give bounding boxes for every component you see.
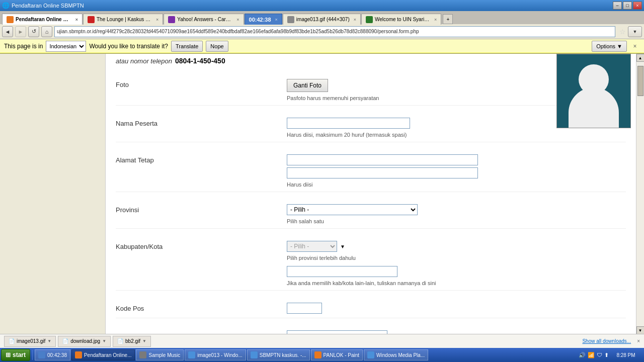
form-row-nama: Nama Peserta Harus diisi, maksimum 20 hu…: [116, 114, 626, 142]
taskbar-item-music[interactable]: Sample Music: [136, 349, 184, 360]
title-bar: 🌐 Pendaftaran Online SBMPTN – □ ×: [0, 0, 644, 11]
new-tab-button[interactable]: +: [443, 14, 453, 24]
tab-kaskus[interactable]: The Lounge | Kaskus - The L... ×: [83, 14, 163, 25]
address-text: ujian.sbmptn.or.id/reg/44f279c28c28032fd…: [57, 29, 419, 34]
close-button[interactable]: ×: [633, 2, 642, 10]
provinsi-control: - Pilih - Pilih salah satu: [287, 204, 626, 224]
taskbar-item-sbmptn[interactable]: SBMPTN kaskus. -...: [247, 349, 310, 360]
provinsi-hint: Pilih salah satu: [287, 218, 626, 224]
tab-pendaftaran[interactable]: Pendaftaran Online SBMPTN ×: [2, 14, 83, 25]
phone-number: 0804-1-450-450: [175, 57, 225, 65]
taskbar-icon-music: [139, 351, 146, 358]
system-clock[interactable]: 8:28 PM: [611, 352, 641, 358]
tab-close-3[interactable]: ×: [236, 17, 239, 22]
scroll-down-button[interactable]: ▼: [636, 326, 645, 334]
tab-label-5: image013.gif (444×307): [296, 17, 350, 22]
taskbar-item-media[interactable]: Windows Media Pla...: [364, 349, 428, 360]
tab-close-1[interactable]: ×: [75, 17, 78, 22]
close-translation-bar-button[interactable]: ×: [630, 41, 640, 51]
maximize-button[interactable]: □: [623, 2, 632, 10]
form-row-kabkota: Kabupaten/Kota - Pilih - ▼ Pilih provins…: [116, 237, 626, 291]
download-label-1: image013.gif: [17, 338, 45, 344]
taskbar-item-pendaftaran[interactable]: Pendaftaran Online...: [71, 349, 135, 360]
tab-favicon-3: [168, 16, 175, 23]
taskbar-icon-image013: [188, 351, 195, 358]
form-row-provinsi: Provinsi - Pilih - Pilih salah satu: [116, 200, 626, 229]
taskbar-icon-paint: [314, 351, 321, 358]
download-arrow-1[interactable]: ▼: [47, 339, 51, 343]
download-icon-3: 📄: [117, 338, 123, 344]
kabkota-select[interactable]: - Pilih -: [287, 241, 337, 252]
download-arrow-3[interactable]: ▼: [142, 339, 146, 343]
minimize-button[interactable]: –: [613, 2, 622, 10]
tab-favicon-2: [88, 16, 95, 23]
menu-button[interactable]: ▼: [628, 26, 642, 37]
tab-yahoo[interactable]: Yahoo! Answers - Cara Mem... ×: [164, 14, 244, 25]
tab-close-6[interactable]: ×: [434, 17, 437, 22]
scroll-thumb[interactable]: [637, 66, 643, 96]
translation-bar: This page is in Indonesian Would you lik…: [0, 39, 644, 53]
tab-bar: Pendaftaran Online SBMPTN × The Lounge |…: [0, 11, 644, 24]
kabkota-control: - Pilih - ▼ Pilih provinsi terlebih dahu…: [287, 241, 626, 286]
forward-button[interactable]: ►: [15, 26, 26, 37]
taskbar-item-timer[interactable]: 00:42:38: [35, 349, 70, 360]
tab-image[interactable]: image013.gif (444×307) ×: [283, 14, 361, 25]
tab-close-4[interactable]: ×: [275, 17, 278, 22]
show-all-downloads-button[interactable]: Show all downloads...: [582, 338, 631, 344]
kabkota-other-input[interactable]: [287, 266, 397, 277]
options-button[interactable]: Options ▼: [592, 41, 627, 52]
alamat-control: Harus diisi: [287, 154, 626, 188]
right-scrollbar[interactable]: ▲ ▼: [636, 54, 644, 334]
scroll-up-button[interactable]: ▲: [636, 54, 645, 62]
downloads-bar-close-button[interactable]: ×: [637, 338, 640, 344]
tab-close-5[interactable]: ×: [354, 17, 356, 22]
nope-button[interactable]: Nope: [206, 41, 228, 52]
nama-input[interactable]: [287, 118, 410, 129]
tab-uin[interactable]: Welcome to UIN Syarif Hida... ×: [361, 14, 441, 25]
kodepos-control: [287, 303, 626, 314]
tab-close-2[interactable]: ×: [156, 17, 158, 22]
start-label: start: [13, 351, 26, 358]
form-row-foto: Foto Ganti Foto Pasfoto harus memenuhi p…: [116, 75, 626, 106]
form-area: Foto Ganti Foto Pasfoto harus memenuhi p…: [116, 75, 626, 334]
tab-label-1: Pendaftaran Online SBMPTN: [16, 17, 71, 22]
tab-favicon-1: [7, 16, 14, 23]
title-bar-controls: – □ ×: [613, 2, 642, 10]
translate-button[interactable]: Translate: [171, 41, 203, 52]
form-row-alamat: Alamat Tetap Harus diisi: [116, 150, 626, 192]
taskbar: ⊞ start 00:42:38 Pendaftaran Online... S…: [0, 348, 644, 362]
download-icon-2: 📄: [62, 338, 68, 344]
tab-label-2: The Lounge | Kaskus - The L...: [97, 17, 152, 22]
alamat-input-2[interactable]: [287, 167, 478, 178]
phone-prefix: atau nomor telepon: [116, 57, 172, 65]
nama-label: Nama Peserta: [116, 118, 287, 127]
download-arrow-2[interactable]: ▼: [102, 339, 106, 343]
form-row-kodepos: Kode Pos: [116, 299, 626, 318]
taskbar-item-paint[interactable]: PANLOK - Paint: [311, 349, 363, 360]
download-item-1[interactable]: 📄 image013.gif ▼: [4, 336, 56, 347]
back-button[interactable]: ◄: [2, 26, 13, 37]
language-select[interactable]: Indonesian: [46, 41, 86, 52]
reload-button[interactable]: ↺: [28, 26, 39, 37]
download-label-3: bb2.gif: [125, 338, 140, 344]
tab-label-6: Welcome to UIN Syarif Hida...: [375, 17, 430, 22]
start-button[interactable]: ⊞ start: [1, 349, 30, 361]
download-item-2[interactable]: 📄 download.jpg ▼: [58, 336, 111, 347]
bookmark-star[interactable]: ☆: [619, 28, 626, 36]
taskbar-item-image013[interactable]: image013 - Windo...: [185, 349, 246, 360]
ganti-foto-button[interactable]: Ganti Foto: [287, 79, 328, 92]
alamat-input-1[interactable]: [287, 154, 478, 165]
nama-hint: Harus diisi, maksimum 20 huruf (termasuk…: [287, 132, 626, 138]
tab-timer[interactable]: 00:42:38 ×: [245, 14, 282, 25]
alamat-label: Alamat Tetap: [116, 154, 287, 164]
kodepos-label: Kode Pos: [116, 303, 287, 312]
provinsi-select[interactable]: - Pilih -: [287, 204, 418, 215]
address-bar[interactable]: ujian.sbmptn.or.id/reg/44f279c28c28032fd…: [54, 26, 615, 37]
download-item-3[interactable]: 📄 bb2.gif ▼: [113, 336, 151, 347]
home-button[interactable]: ⌂: [41, 26, 52, 37]
taskbar-icon-media: [367, 351, 374, 358]
nav-bar: ◄ ► ↺ ⌂ ujian.sbmptn.or.id/reg/44f279c28…: [0, 24, 644, 39]
phone-row: atau nomor telepon 0804-1-450-450: [116, 54, 626, 70]
page-content[interactable]: atau nomor telepon 0804-1-450-450 Foto G…: [106, 54, 636, 334]
kodepos-input[interactable]: [287, 303, 322, 314]
